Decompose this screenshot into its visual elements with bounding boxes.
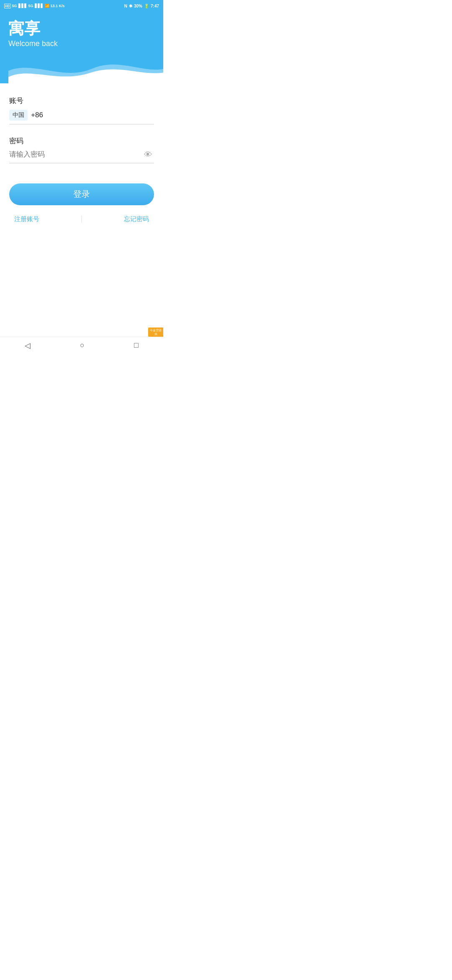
signal-bars2: ▋▋▋ (35, 4, 44, 8)
register-link[interactable]: 注册账号 (9, 214, 44, 225)
phone-input[interactable] (31, 111, 154, 119)
time: 7:47 (151, 4, 159, 8)
login-button[interactable]: 登录 (9, 183, 154, 205)
status-bar: HD 5G ▋▋▋ 5G ▋▋▋ 📶 13.1 K/s N ✱ 30% 🔋 7:… (0, 0, 163, 12)
bottom-links: 注册账号 忘记密码 (9, 214, 154, 225)
password-input[interactable] (9, 150, 142, 159)
signal-bars: ▋▋▋ (18, 4, 27, 8)
wave-decoration (8, 58, 155, 83)
password-input-row: 👁 (9, 150, 154, 163)
password-toggle-icon[interactable]: 👁 (142, 150, 154, 160)
status-right: N ✱ 30% 🔋 7:47 (124, 4, 159, 8)
status-left: HD 5G ▋▋▋ 5G ▋▋▋ 📶 13.1 K/s (4, 4, 65, 8)
wifi-icon: 📶 (45, 4, 49, 8)
navigation-bar: ◁ ○ □ (0, 337, 163, 353)
network-5g2: 5G (28, 4, 33, 8)
battery-percent: 30% (134, 4, 142, 8)
back-nav-icon[interactable]: ◁ (25, 341, 31, 350)
country-selector-button[interactable]: 中国 (9, 110, 28, 121)
network-5g: 5G (12, 4, 17, 8)
recent-apps-icon[interactable]: □ (134, 341, 139, 350)
hd-icon: HD (4, 4, 11, 8)
app-subtitle: Welcome back (8, 39, 155, 48)
app-title: 寓享 (8, 20, 155, 38)
form-content: 账号 中国 密码 👁 登录 注册账号 忘记密码 (0, 83, 163, 233)
account-label: 账号 (9, 96, 154, 106)
bluetooth-icon: ✱ (129, 4, 132, 8)
speed-text: 13.1 K/s (51, 4, 65, 8)
battery-icon: 🔋 (144, 4, 149, 8)
password-field-group: 密码 👁 (9, 136, 154, 163)
forgot-password-link[interactable]: 忘记密码 (119, 214, 154, 225)
account-field-group: 账号 中国 (9, 96, 154, 124)
nfc-icon: N (124, 4, 127, 8)
home-nav-icon[interactable]: ○ (80, 341, 85, 350)
watermark: 今金贷游戏 (148, 328, 163, 337)
hero-section: 寓享 Welcome back (0, 12, 163, 83)
password-label: 密码 (9, 136, 154, 146)
account-input-row: 中国 (9, 110, 154, 124)
